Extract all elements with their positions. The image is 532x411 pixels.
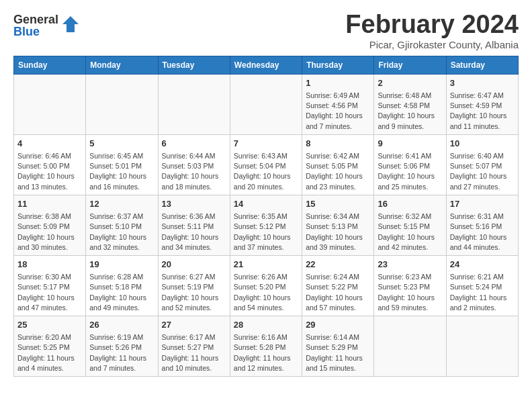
day-number: 18 [17, 259, 82, 271]
day-info: Sunrise: 6:35 AMSunset: 5:12 PMDaylight:… [234, 212, 298, 253]
day-info: Sunrise: 6:19 AMSunset: 5:26 PMDaylight:… [89, 332, 154, 373]
day-number: 21 [234, 259, 298, 271]
calendar-cell: 5Sunrise: 6:45 AMSunset: 5:01 PMDaylight… [86, 134, 158, 195]
location-subtitle: Picar, Gjirokaster County, Albania [345, 39, 519, 50]
day-info: Sunrise: 6:23 AMSunset: 5:23 PMDaylight:… [378, 272, 442, 313]
day-info: Sunrise: 6:20 AMSunset: 5:25 PMDaylight:… [17, 332, 82, 373]
day-number: 22 [306, 259, 370, 271]
month-title: February 2024 [345, 11, 519, 39]
day-info: Sunrise: 6:38 AMSunset: 5:09 PMDaylight:… [17, 212, 82, 253]
day-info: Sunrise: 6:40 AMSunset: 5:07 PMDaylight:… [450, 151, 515, 192]
calendar-cell: 2Sunrise: 6:48 AMSunset: 4:58 PMDaylight… [374, 74, 446, 134]
calendar-cell: 28Sunrise: 6:16 AMSunset: 5:28 PMDayligh… [230, 316, 302, 377]
day-info: Sunrise: 6:16 AMSunset: 5:28 PMDaylight:… [234, 332, 298, 373]
calendar-cell [14, 74, 86, 134]
day-info: Sunrise: 6:47 AMSunset: 4:59 PMDaylight:… [450, 91, 515, 132]
calendar-cell: 1Sunrise: 6:49 AMSunset: 4:56 PMDaylight… [302, 74, 374, 134]
week-row-2: 4Sunrise: 6:46 AMSunset: 5:00 PMDaylight… [14, 134, 519, 195]
calendar-cell [158, 74, 230, 134]
week-row-3: 11Sunrise: 6:38 AMSunset: 5:09 PMDayligh… [14, 195, 519, 255]
day-info: Sunrise: 6:21 AMSunset: 5:24 PMDaylight:… [450, 272, 515, 313]
day-number: 6 [162, 138, 226, 150]
calendar-cell: 12Sunrise: 6:37 AMSunset: 5:10 PMDayligh… [86, 195, 158, 255]
weekday-header-tuesday: Tuesday [158, 56, 230, 74]
weekday-header-friday: Friday [374, 56, 446, 74]
calendar-header: SundayMondayTuesdayWednesdayThursdayFrid… [14, 56, 519, 74]
day-info: Sunrise: 6:17 AMSunset: 5:27 PMDaylight:… [162, 332, 226, 373]
logo-general: General [13, 13, 58, 26]
calendar-cell: 7Sunrise: 6:43 AMSunset: 5:04 PMDaylight… [230, 134, 302, 195]
day-number: 15 [306, 198, 370, 210]
calendar-cell: 16Sunrise: 6:32 AMSunset: 5:15 PMDayligh… [374, 195, 446, 255]
weekday-header-monday: Monday [86, 56, 158, 74]
day-number: 11 [17, 198, 82, 210]
calendar-cell: 21Sunrise: 6:26 AMSunset: 5:20 PMDayligh… [230, 255, 302, 316]
day-number: 29 [306, 319, 370, 331]
calendar-cell: 4Sunrise: 6:46 AMSunset: 5:00 PMDaylight… [14, 134, 86, 195]
day-info: Sunrise: 6:28 AMSunset: 5:18 PMDaylight:… [89, 272, 154, 313]
day-number: 13 [162, 198, 226, 210]
day-number: 24 [450, 259, 515, 271]
calendar-cell: 29Sunrise: 6:14 AMSunset: 5:29 PMDayligh… [302, 316, 374, 377]
calendar-cell: 3Sunrise: 6:47 AMSunset: 4:59 PMDaylight… [446, 74, 518, 134]
day-number: 20 [162, 259, 226, 271]
day-info: Sunrise: 6:27 AMSunset: 5:19 PMDaylight:… [162, 272, 226, 313]
day-number: 2 [378, 77, 442, 89]
day-info: Sunrise: 6:49 AMSunset: 4:56 PMDaylight:… [306, 91, 370, 132]
calendar-cell: 19Sunrise: 6:28 AMSunset: 5:18 PMDayligh… [86, 255, 158, 316]
day-info: Sunrise: 6:30 AMSunset: 5:17 PMDaylight:… [17, 272, 82, 313]
day-number: 23 [378, 259, 442, 271]
weekday-header-saturday: Saturday [446, 56, 518, 74]
weekday-header-thursday: Thursday [302, 56, 374, 74]
day-info: Sunrise: 6:34 AMSunset: 5:13 PMDaylight:… [306, 212, 370, 253]
day-number: 8 [306, 138, 370, 150]
logo: General Blue [13, 13, 80, 38]
week-row-5: 25Sunrise: 6:20 AMSunset: 5:25 PMDayligh… [14, 316, 519, 377]
calendar-cell [446, 316, 518, 377]
calendar-cell: 11Sunrise: 6:38 AMSunset: 5:09 PMDayligh… [14, 195, 86, 255]
day-info: Sunrise: 6:48 AMSunset: 4:58 PMDaylight:… [378, 91, 442, 132]
calendar-cell: 6Sunrise: 6:44 AMSunset: 5:03 PMDaylight… [158, 134, 230, 195]
day-number: 7 [234, 138, 298, 150]
day-number: 9 [378, 138, 442, 150]
calendar-cell: 13Sunrise: 6:36 AMSunset: 5:11 PMDayligh… [158, 195, 230, 255]
day-info: Sunrise: 6:45 AMSunset: 5:01 PMDaylight:… [89, 151, 154, 192]
day-number: 10 [450, 138, 515, 150]
title-area: February 2024 Picar, Gjirokaster County,… [345, 11, 519, 50]
calendar-cell [86, 74, 158, 134]
day-number: 1 [306, 77, 370, 89]
calendar-cell [230, 74, 302, 134]
calendar-cell: 25Sunrise: 6:20 AMSunset: 5:25 PMDayligh… [14, 316, 86, 377]
day-number: 12 [89, 198, 154, 210]
week-row-1: 1Sunrise: 6:49 AMSunset: 4:56 PMDaylight… [14, 74, 519, 134]
calendar-table: SundayMondayTuesdayWednesdayThursdayFrid… [13, 56, 519, 377]
calendar-cell: 10Sunrise: 6:40 AMSunset: 5:07 PMDayligh… [446, 134, 518, 195]
day-number: 19 [89, 259, 154, 271]
calendar-cell: 26Sunrise: 6:19 AMSunset: 5:26 PMDayligh… [86, 316, 158, 377]
day-info: Sunrise: 6:26 AMSunset: 5:20 PMDaylight:… [234, 272, 298, 313]
day-info: Sunrise: 6:41 AMSunset: 5:06 PMDaylight:… [378, 151, 442, 192]
calendar-body: 1Sunrise: 6:49 AMSunset: 4:56 PMDaylight… [14, 74, 519, 376]
day-number: 3 [450, 77, 515, 89]
calendar-cell: 24Sunrise: 6:21 AMSunset: 5:24 PMDayligh… [446, 255, 518, 316]
calendar-cell: 27Sunrise: 6:17 AMSunset: 5:27 PMDayligh… [158, 316, 230, 377]
calendar-cell: 23Sunrise: 6:23 AMSunset: 5:23 PMDayligh… [374, 255, 446, 316]
weekday-header-sunday: Sunday [14, 56, 86, 74]
day-info: Sunrise: 6:31 AMSunset: 5:16 PMDaylight:… [450, 212, 515, 253]
calendar-cell: 18Sunrise: 6:30 AMSunset: 5:17 PMDayligh… [14, 255, 86, 316]
day-number: 5 [89, 138, 154, 150]
week-row-4: 18Sunrise: 6:30 AMSunset: 5:17 PMDayligh… [14, 255, 519, 316]
calendar-cell: 17Sunrise: 6:31 AMSunset: 5:16 PMDayligh… [446, 195, 518, 255]
calendar-cell: 15Sunrise: 6:34 AMSunset: 5:13 PMDayligh… [302, 195, 374, 255]
day-number: 28 [234, 319, 298, 331]
day-info: Sunrise: 6:24 AMSunset: 5:22 PMDaylight:… [306, 272, 370, 313]
calendar-cell [374, 316, 446, 377]
day-info: Sunrise: 6:32 AMSunset: 5:15 PMDaylight:… [378, 212, 442, 253]
day-info: Sunrise: 6:46 AMSunset: 5:00 PMDaylight:… [17, 151, 82, 192]
day-info: Sunrise: 6:37 AMSunset: 5:10 PMDaylight:… [89, 212, 154, 253]
day-number: 17 [450, 198, 515, 210]
weekday-header-row: SundayMondayTuesdayWednesdayThursdayFrid… [14, 56, 519, 74]
logo-icon [61, 15, 80, 34]
day-number: 4 [17, 138, 82, 150]
day-info: Sunrise: 6:44 AMSunset: 5:03 PMDaylight:… [162, 151, 226, 192]
